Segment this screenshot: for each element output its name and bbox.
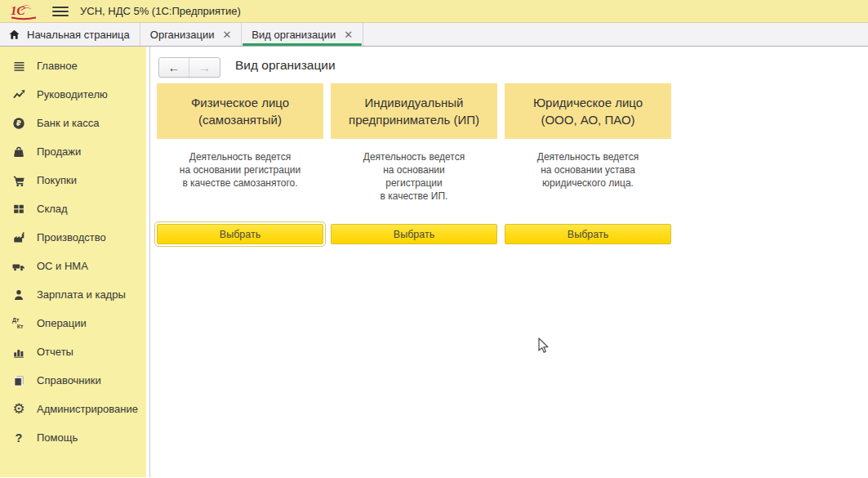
sidebar-item-production[interactable]: Производство	[0, 223, 149, 252]
menu-icon	[10, 58, 28, 74]
sidebar-item-operations[interactable]: ДтКтОперации	[0, 309, 149, 337]
sidebar-item-administration[interactable]: ⚙Администрирование	[0, 395, 149, 423]
trend-icon	[10, 87, 28, 103]
1c-logo-icon: 1С	[10, 2, 39, 20]
sidebar-item-label: Администрирование	[37, 403, 138, 415]
svg-text:Дт: Дт	[12, 317, 20, 324]
sidebar-item-label: Склад	[37, 203, 68, 215]
card-legal-entity: Юридическое лицо(ООО, АО, ПАО)Деятельнос…	[505, 83, 671, 244]
sections-panel: ГлавноеРуководителю₽Банк и кассаПродажиП…	[0, 47, 150, 477]
bag-icon	[10, 144, 28, 160]
svg-text:Кт: Кт	[17, 324, 24, 329]
tab-organization-kind[interactable]: Вид организации✕	[242, 23, 363, 46]
books-icon	[10, 373, 28, 389]
organization-kind-cards: Физическое лицо(самозанятый)Деятельность…	[157, 83, 671, 244]
help-icon: ?	[10, 430, 28, 446]
sidebar-item-warehouse[interactable]: Склад	[0, 194, 149, 223]
tab-label: Начальная страница	[27, 29, 130, 41]
sidebar-item-fixed-assets[interactable]: ОС и НМА	[0, 252, 149, 280]
sidebar-item-label: Главное	[37, 60, 78, 72]
tab-label: Вид организации	[251, 29, 336, 41]
sidebar-item-label: Продажи	[37, 145, 81, 158]
page-title: Вид организации	[235, 58, 336, 73]
arrow-left-icon: ←	[168, 60, 180, 74]
sidebar-item-label: Справочники	[37, 374, 101, 386]
form-organization-kind: ← → Вид организации Физическое лицо(само…	[150, 47, 868, 477]
sidebar-item-label: Производство	[37, 231, 106, 243]
active-tab-underline	[243, 43, 362, 46]
person-icon	[10, 287, 28, 303]
card-description: Деятельность ведетсяна основании уставаю…	[505, 150, 671, 190]
history-nav: ← →	[158, 57, 220, 78]
truck-icon	[10, 258, 28, 275]
back-button[interactable]: ←	[159, 58, 189, 77]
window-title: УСН, НДС 5% (1С:Предприятие)	[80, 5, 241, 17]
chart-icon	[10, 344, 28, 360]
tab-organizations[interactable]: Организации✕	[140, 23, 243, 46]
card-title: Юридическое лицо(ООО, АО, ПАО)	[505, 83, 671, 139]
sidebar-item-purchases[interactable]: Покупки	[0, 166, 149, 194]
sidebar-item-reports[interactable]: Отчеты	[0, 337, 149, 366]
sidebar-item-label: Покупки	[37, 174, 77, 186]
card-title: Индивидуальныйпредприниматель (ИП)	[331, 83, 497, 139]
card-description: Деятельность ведетсяна основании регистр…	[157, 150, 323, 190]
sidebar-item-bank-cash[interactable]: ₽Банк и касса	[0, 109, 149, 137]
home-icon	[8, 29, 20, 41]
arrow-right-icon: →	[198, 60, 211, 74]
sidebar-item-payroll-hr[interactable]: Зарплата и кадры	[0, 280, 149, 309]
tab-label: Организации	[150, 29, 215, 41]
gear-icon: ⚙	[10, 401, 28, 418]
card-individual-self-employed: Физическое лицо(самозанятый)Деятельность…	[157, 83, 323, 244]
forward-button[interactable]: →	[189, 58, 220, 77]
tab-home[interactable]: Начальная страница	[0, 23, 140, 46]
sidebar-item-label: ОС и НМА	[37, 260, 88, 272]
sidebar-item-main[interactable]: Главное	[0, 51, 149, 80]
window-title-bar: 1С УСН, НДС 5% (1С:Предприятие)	[0, 0, 868, 23]
sidebar-item-label: Помощь	[37, 431, 78, 444]
dtkt-icon: ДтКт	[10, 315, 28, 332]
select-button-legal-entity[interactable]: Выбрать	[505, 224, 671, 244]
card-title: Физическое лицо(самозанятый)	[157, 83, 323, 139]
factory-icon	[10, 230, 28, 246]
sidebar-item-label: Банк и касса	[37, 117, 100, 129]
sidebar-item-label: Операции	[37, 317, 87, 329]
sidebar-item-label: Руководителю	[37, 88, 108, 101]
ruble-icon: ₽	[10, 115, 28, 132]
tab-bar: Начальная страницаОрганизации✕Вид органи…	[0, 23, 868, 47]
cart-icon	[10, 172, 28, 189]
sidebar-item-label: Зарплата и кадры	[37, 288, 126, 301]
select-button-sole-proprietor[interactable]: Выбрать	[331, 224, 497, 244]
card-sole-proprietor: Индивидуальныйпредприниматель (ИП)Деятел…	[331, 83, 497, 244]
main-menu-icon[interactable]	[52, 5, 69, 18]
sidebar-item-label: Отчеты	[37, 346, 73, 358]
svg-text:₽: ₽	[16, 119, 21, 127]
sidebar-item-manager[interactable]: Руководителю	[0, 80, 149, 109]
sidebar-item-sales[interactable]: Продажи	[0, 137, 149, 166]
sidebar-item-help[interactable]: ?Помощь	[0, 423, 149, 452]
sections-list: ГлавноеРуководителю₽Банк и кассаПродажиП…	[0, 47, 149, 452]
sidebar-item-references[interactable]: Справочники	[0, 366, 149, 395]
tab-close-icon[interactable]: ✕	[222, 29, 231, 40]
warehouse-icon	[10, 201, 28, 217]
card-description: Деятельность ведетсяна основаниирегистра…	[331, 150, 497, 203]
tab-close-icon[interactable]: ✕	[344, 29, 353, 40]
select-button-individual-self-employed[interactable]: Выбрать	[157, 224, 323, 244]
